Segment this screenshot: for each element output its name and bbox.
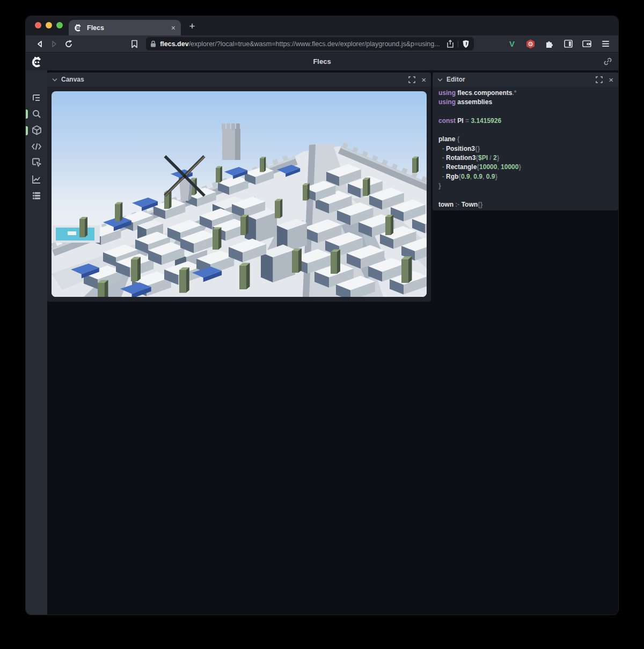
url-domain: flecs.dev (160, 40, 189, 48)
reload-icon (64, 40, 73, 48)
editor-panel-header[interactable]: Editor × (433, 72, 618, 86)
tab-title: Flecs (87, 24, 166, 32)
tab-close-button[interactable]: × (171, 24, 175, 32)
menu-hamburger-icon[interactable] (600, 38, 612, 50)
minimize-window-button[interactable] (46, 22, 52, 28)
urlbar-divider (458, 40, 458, 48)
screenshot-stage: Flecs × + (0, 0, 644, 649)
chart-icon (32, 174, 41, 184)
editor-code[interactable]: using flecs.components.*using assemblies… (433, 86, 618, 212)
close-window-button[interactable] (35, 22, 41, 28)
browser-tab-flecs[interactable]: Flecs × (69, 20, 181, 35)
sidebar-item-search[interactable] (31, 108, 42, 120)
url-bar[interactable]: flecs.dev/explorer/?local=true&wasm=http… (146, 37, 474, 50)
fullscreen-icon[interactable] (596, 76, 603, 83)
browser-window: Flecs × + (26, 16, 618, 615)
canvas-3d-viewport[interactable] (52, 91, 427, 297)
inspect-icon (32, 158, 42, 167)
bookmark-icon (131, 40, 138, 48)
forward-icon (50, 40, 58, 48)
fullscreen-icon[interactable] (408, 76, 415, 83)
back-button[interactable] (32, 38, 47, 50)
canvas-panel-header[interactable]: Canvas × (47, 72, 431, 86)
pool (53, 225, 100, 243)
chevron-down-icon (437, 78, 443, 82)
brave-shield-icon[interactable] (462, 40, 470, 48)
canvas-panel-title: Canvas (61, 76, 405, 83)
page-title: Flecs (26, 57, 618, 65)
forward-button[interactable] (47, 38, 61, 50)
browser-toolbar: flecs.dev/explorer/?local=true&wasm=http… (26, 35, 618, 52)
left-sidebar (26, 70, 47, 615)
url-text: flecs.dev/explorer/?local=true&wasm=http… (160, 40, 443, 48)
rows-icon (32, 191, 41, 200)
flecs-logo[interactable] (31, 56, 43, 68)
active-indicator-entities (26, 110, 28, 119)
tree-icon (32, 93, 41, 103)
vue-devtools-icon[interactable]: V (506, 38, 518, 50)
canvas-close-button[interactable]: × (421, 76, 426, 84)
editor-panel-title: Editor (447, 76, 592, 83)
tower (222, 123, 240, 160)
sidebar-item-stats[interactable] (31, 173, 42, 185)
share-icon[interactable] (447, 40, 454, 48)
extensions-puzzle-icon[interactable] (544, 38, 555, 50)
sidebar-item-journal[interactable] (31, 189, 42, 201)
tab-bar: Flecs × + (26, 16, 618, 35)
sidebar-toggle-icon[interactable] (562, 38, 574, 50)
macos-traffic-lights (35, 22, 63, 28)
extension-icons: V (506, 38, 612, 50)
editor-panel: Editor × using flecs.components.*using a… (433, 72, 618, 210)
new-tab-button[interactable]: + (184, 19, 200, 34)
reload-button[interactable] (61, 38, 76, 50)
share-link-icon[interactable] (603, 57, 612, 66)
main-area: Canvas × (47, 70, 618, 615)
canvas-3d-scene (52, 91, 427, 297)
app-header: Flecs (26, 52, 618, 70)
lock-icon (150, 40, 156, 47)
code-icon (31, 142, 42, 151)
zoom-window-button[interactable] (56, 22, 63, 28)
red-extension-icon[interactable] (525, 38, 537, 50)
app-content: Canvas × (26, 70, 618, 615)
canvas-panel: Canvas × (47, 72, 431, 302)
sidebar-item-code[interactable] (31, 141, 42, 152)
active-indicator-code (26, 126, 28, 135)
back-icon (36, 40, 43, 48)
wallet-icon[interactable] (581, 38, 593, 50)
chevron-down-icon (52, 78, 57, 82)
sidebar-item-inspect[interactable] (31, 157, 42, 169)
sidebar-item-entities[interactable] (31, 124, 42, 136)
sidebar-item-tree[interactable] (31, 92, 42, 104)
url-path: /explorer/?local=true&wasm=https://www.f… (189, 40, 440, 48)
search-icon (32, 109, 41, 119)
flecs-favicon (74, 24, 82, 32)
bookmarks-button[interactable] (127, 38, 142, 50)
cube-icon (32, 125, 42, 135)
editor-close-button[interactable]: × (609, 76, 613, 84)
